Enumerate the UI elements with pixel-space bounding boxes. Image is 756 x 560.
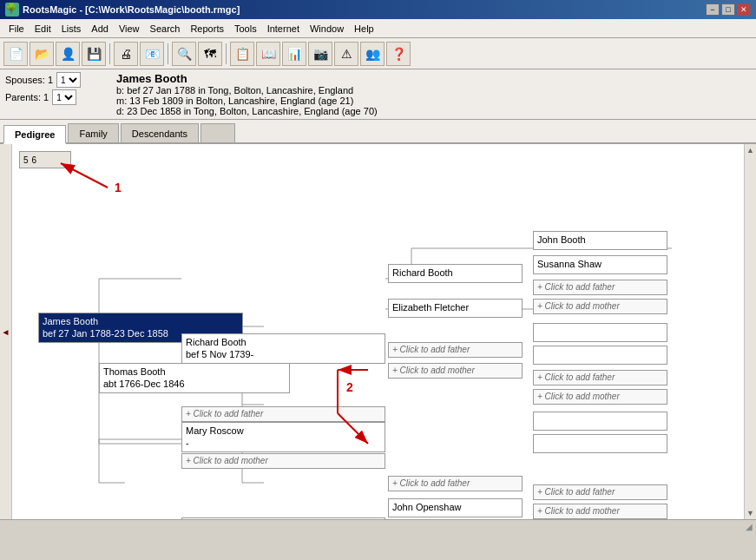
person-name-susanna: Susanna Shaw — [537, 258, 663, 270]
help-button[interactable]: ❓ — [386, 42, 411, 66]
add-mary-mother-text: + Click to add mother — [186, 456, 268, 465]
tab-extra[interactable] — [201, 123, 235, 142]
menu-file[interactable]: File — [3, 22, 30, 36]
toolbar: 📄 📂 👤 💾 🖨 📧 🔍 🗺 📋 📖 📊 📷 ⚠ 👥 ❓ — [0, 38, 756, 69]
restore-button[interactable]: □ — [721, 3, 735, 16]
parents-selector: Parents: 1 1 — [5, 89, 109, 105]
scroll-down-arrow[interactable]: ▼ — [746, 509, 754, 517]
camera-button[interactable]: 📷 — [308, 42, 332, 66]
book-button[interactable]: 📖 — [256, 42, 280, 66]
person-susanna-shaw[interactable]: Susanna Shaw — [533, 255, 667, 274]
menu-lists[interactable]: Lists — [56, 22, 87, 36]
person-ef-father-empty[interactable] — [533, 323, 667, 342]
add-mary5-father[interactable]: + Click to add father — [533, 370, 667, 385]
spouses-label: Spouses: 1 — [5, 75, 53, 85]
menu-help[interactable]: Help — [349, 22, 379, 36]
right-scrollbar[interactable]: ▲ ▼ — [744, 144, 756, 519]
toolbar-sep-2 — [168, 43, 168, 64]
person-empty-1[interactable] — [533, 412, 667, 431]
toolbar-sep-1 — [109, 43, 110, 64]
spouses-dropdown[interactable]: 1 — [56, 72, 81, 88]
backup-button[interactable]: 💾 — [82, 42, 106, 66]
person-john-openshaw[interactable]: John Openshaw — [388, 498, 523, 517]
add-richard-mother[interactable]: + Click to add mother — [388, 363, 523, 379]
add-jo5-mother[interactable]: + Click to add mother — [533, 504, 667, 519]
scroll-up-arrow[interactable]: ▲ — [746, 146, 754, 155]
person-name-thomas: Thomas Booth — [103, 366, 286, 378]
person-name-elizabeth: Elizabeth Fletcher — [392, 301, 518, 313]
people-button[interactable]: 👤 — [56, 42, 80, 66]
add-mary5-father-text: + Click to add father — [537, 372, 615, 382]
add-richard-father-text: + Click to add father — [392, 345, 470, 354]
add-jb-father-text: + Click to add father — [537, 282, 615, 292]
add-mary-father-text: + Click to add father — [186, 409, 263, 418]
person-name-richard-son: Richard Booth — [186, 336, 381, 348]
add-mary5-mother[interactable]: + Click to add mother — [533, 389, 667, 405]
add-robert-father-text: + Click to add father — [392, 478, 470, 488]
parents-dropdown[interactable]: 1 — [52, 89, 76, 105]
minimize-button[interactable]: − — [706, 3, 720, 16]
close-button[interactable]: ✕ — [737, 3, 751, 16]
open-button[interactable]: 📂 — [30, 42, 54, 66]
resize-handle[interactable]: ◢ — [746, 522, 753, 531]
map-button[interactable]: 🗺 — [198, 42, 222, 66]
person-marriage: m: 13 Feb 1809 in Bolton, Lancashire, En… — [116, 96, 751, 106]
nav-label-6: 6 — [32, 155, 37, 165]
left-nav[interactable]: ◄ — [0, 144, 12, 519]
person-mary-roscow[interactable]: Mary Roscow - — [181, 422, 385, 452]
search-button[interactable]: 🔍 — [172, 42, 196, 66]
warning-button[interactable]: ⚠ — [334, 42, 358, 66]
certificate-button[interactable]: 📋 — [230, 42, 254, 66]
pedigree-area: 5 6 James Booth bef 27 Jan 1788-23 Dec 1… — [12, 144, 744, 519]
menu-view[interactable]: View — [114, 22, 145, 36]
tab-family[interactable]: Family — [68, 123, 118, 142]
print-button[interactable]: 🖨 — [114, 42, 138, 66]
add-mary-father[interactable]: + Click to add father — [181, 406, 385, 422]
person-richard-booth-son[interactable]: Richard Booth bef 5 Nov 1739- — [181, 333, 385, 364]
menu-tools[interactable]: Tools — [229, 22, 262, 36]
menu-add[interactable]: Add — [86, 22, 114, 36]
person-name-james: James Booth — [43, 315, 239, 327]
new-button[interactable]: 📄 — [3, 42, 28, 66]
add-jb-father[interactable]: + Click to add father — [533, 280, 667, 295]
menu-search[interactable]: Search — [145, 22, 186, 36]
person-thomas-booth[interactable]: Thomas Booth abt 1766-Dec 1846 — [99, 363, 290, 393]
person-death: d: 23 Dec 1858 in Tong, Bolton, Lancashi… — [116, 106, 751, 116]
add-richard-father[interactable]: + Click to add father — [388, 342, 523, 358]
title-bar: 🌳 RootsMagic - [C:\Work\RootsMagic\booth… — [0, 0, 756, 19]
main-content: ◄ — [0, 144, 756, 519]
info-selectors: Spouses: 1 1 Parents: 1 1 — [5, 72, 109, 116]
add-richard-mother-text: + Click to add mother — [392, 366, 475, 375]
nav-label-5: 5 — [23, 155, 29, 165]
person-name-richard-4: Richard Booth — [392, 267, 518, 279]
person-john-booth[interactable]: John Booth — [533, 231, 667, 250]
menu-window[interactable]: Window — [305, 22, 349, 36]
person-empty-2[interactable] — [533, 434, 667, 453]
tab-pedigree[interactable]: Pedigree — [3, 125, 66, 144]
person-name-mary: Mary Roscow — [186, 425, 381, 437]
person-birth: b: bef 27 Jan 1788 in Tong, Bolton, Lanc… — [116, 85, 751, 96]
person-name: James Booth — [116, 72, 751, 85]
nav-box[interactable]: 5 6 — [19, 151, 71, 168]
left-nav-arrow: ◄ — [2, 327, 10, 337]
chart-button[interactable]: 📊 — [282, 42, 306, 66]
email-button[interactable]: 📧 — [140, 42, 164, 66]
add-jb-mother-text: + Click to add mother — [537, 301, 620, 311]
add-mary-mother[interactable]: + Click to add mother — [181, 453, 385, 469]
add-jo5-father[interactable]: + Click to add father — [533, 484, 667, 500]
person-elizabeth-fletcher[interactable]: Elizabeth Fletcher — [388, 299, 523, 318]
person-add-button[interactable]: 👥 — [360, 42, 385, 66]
info-panel: Spouses: 1 1 Parents: 1 1 James Booth b:… — [0, 69, 756, 120]
add-jb-mother[interactable]: + Click to add mother — [533, 299, 667, 314]
person-ef-mother-empty[interactable] — [533, 346, 667, 365]
tabs: Pedigree Family Descendants — [0, 120, 756, 144]
menu-edit[interactable]: Edit — [30, 22, 56, 36]
tab-descendants[interactable]: Descendants — [121, 123, 199, 142]
person-richard-booth-4[interactable]: Richard Booth — [388, 264, 523, 283]
person-robert-openshaw[interactable]: Robert Openshaw bef 24 Feb 1739/40- — [181, 517, 385, 519]
parents-label: Parents: 1 — [5, 92, 49, 102]
menu-bar: File Edit Lists Add View Search Reports … — [0, 19, 756, 38]
add-robert-father[interactable]: + Click to add father — [388, 476, 523, 491]
menu-internet[interactable]: Internet — [262, 22, 305, 36]
menu-reports[interactable]: Reports — [185, 22, 229, 36]
